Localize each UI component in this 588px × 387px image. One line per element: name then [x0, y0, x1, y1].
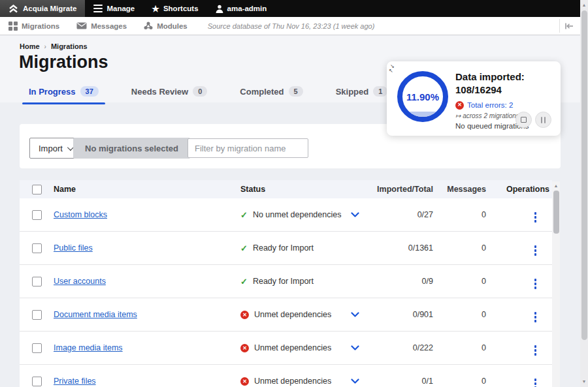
resize-card-icon[interactable]: ↘↖ [390, 64, 395, 73]
row-checkbox[interactable] [32, 377, 42, 386]
modules-label: Modules [157, 22, 188, 30]
toolbar-item-messages[interactable]: Messages [68, 17, 135, 35]
imported-total-value: 0/222 [365, 343, 434, 352]
migrations-table: Name Status Imported/Total Messages Oper… [20, 180, 552, 387]
messages-count: 0 [434, 310, 487, 319]
tab-label: In Progress [29, 87, 76, 97]
acquia-logo-icon [8, 5, 18, 13]
page-scrollbar-thumb[interactable] [581, 10, 587, 340]
expand-chevron-icon[interactable] [351, 312, 359, 317]
row-checkbox[interactable] [32, 310, 42, 320]
manage-menu[interactable]: Manage [85, 0, 143, 17]
table-scroll-up-icon[interactable]: ▲ [552, 183, 560, 189]
shortcuts-menu[interactable]: ★ Shortcuts [143, 0, 206, 17]
progress-ring: 11.90% [397, 71, 448, 122]
total-errors-link[interactable]: ✕ Total errors: 2 [455, 101, 553, 110]
status-text: Unmet dependencies [254, 310, 331, 319]
messages-count: 0 [434, 377, 487, 386]
row-checkbox[interactable] [32, 277, 42, 286]
migration-name-link[interactable]: Private files [54, 377, 96, 386]
tab-count-badge: 37 [80, 86, 99, 97]
page-scroll-up-icon[interactable]: ▲ [580, 1, 588, 9]
table-scrollbar[interactable]: ▲ [552, 181, 560, 387]
status-text: Unmet dependencies [254, 343, 331, 352]
row-checkbox[interactable] [32, 343, 42, 353]
table-scrollbar-thumb[interactable] [553, 191, 559, 234]
imported-total-value: 0/1361 [365, 243, 434, 253]
brand-acquia-migrate[interactable]: Acquia Migrate [0, 0, 85, 17]
imported-total-value: 0/9 [365, 277, 434, 286]
pause-icon [541, 117, 546, 123]
status-icon: ✓ [240, 277, 248, 286]
page-scroll-down-icon[interactable]: ▼ [580, 378, 588, 386]
brand-label: Acquia Migrate [23, 5, 76, 12]
tab-in-progress[interactable]: In Progress 37 [26, 80, 101, 102]
no-migrations-selected-button[interactable]: No migrations selected [73, 138, 190, 159]
imported-total-value: 0/27 [365, 210, 434, 219]
table-body: Custom blocks ✓ No unmet dependencies 0/… [20, 198, 552, 387]
header-status: Status [240, 185, 365, 194]
expand-chevron-icon[interactable] [351, 212, 359, 217]
migration-name-link[interactable]: Image media items [54, 343, 123, 352]
tab-skipped[interactable]: Skipped 1 [333, 80, 391, 102]
collapse-toolbar-icon[interactable] [559, 19, 578, 33]
breadcrumb-current: Migrations [51, 42, 88, 50]
migrations-label: Migrations [22, 22, 59, 30]
row-checkbox[interactable] [32, 210, 42, 220]
operations-menu-icon[interactable] [534, 312, 537, 322]
operations-menu-icon[interactable] [534, 245, 537, 256]
envelope-icon [76, 22, 87, 29]
table-row: Document media items ✕ Unmet dependencie… [20, 298, 552, 332]
row-checkbox[interactable] [32, 243, 42, 253]
migration-filter-input[interactable] [188, 138, 308, 158]
grid-icon [8, 22, 18, 31]
star-icon: ★ [152, 5, 159, 13]
pause-import-button[interactable] [535, 112, 551, 128]
messages-count: 0 [434, 343, 487, 352]
tab-completed[interactable]: Completed 5 [237, 80, 305, 102]
error-badge-icon: ✕ [455, 101, 464, 110]
source-database-note: Source database of Thu Nov 16, 23:23 (1 … [208, 22, 375, 30]
operations-menu-icon[interactable] [534, 345, 537, 356]
header-imported-total: Imported/Total [365, 185, 434, 194]
expand-chevron-icon[interactable] [351, 345, 359, 350]
expand-chevron-icon[interactable] [351, 379, 359, 384]
toolbar-item-modules[interactable]: Modules [135, 17, 196, 35]
user-icon [216, 5, 223, 13]
hamburger-icon [93, 5, 103, 13]
migration-name-link[interactable]: Custom blocks [54, 210, 107, 219]
top-admin-bar: Acquia Migrate Manage ★ Shortcuts ama-ad… [0, 0, 580, 17]
page-scrollbar[interactable]: ▲ ▼ [580, 0, 588, 387]
table-row: Custom blocks ✓ No unmet dependencies 0/… [20, 198, 552, 232]
toolbar-item-migrations[interactable]: Migrations [0, 17, 68, 35]
breadcrumb-home-link[interactable]: Home [20, 42, 40, 50]
table-row: Image media items ✕ Unmet dependencies 0… [20, 332, 552, 365]
stop-import-button[interactable] [515, 112, 532, 128]
progress-percent: 11.90% [402, 76, 443, 117]
header-name: Name [54, 185, 240, 194]
status-text: Unmet dependencies [254, 377, 331, 386]
header-messages: Messages [434, 185, 487, 194]
module-toolbar: Migrations Messages Modules Source datab… [0, 17, 580, 35]
messages-label: Messages [91, 22, 127, 30]
migration-name-link[interactable]: Document media items [54, 310, 137, 319]
user-label: ama-admin [227, 5, 267, 12]
migration-name-link[interactable]: Public files [54, 243, 93, 253]
operations-menu-icon[interactable] [534, 279, 537, 289]
data-imported-title: Data imported: 108/16294 [455, 70, 553, 97]
tab-count-badge: 0 [193, 86, 207, 97]
messages-count: 0 [434, 210, 487, 219]
migration-name-link[interactable]: User accounts [54, 277, 106, 286]
select-all-checkbox[interactable] [32, 185, 42, 194]
tab-count-badge: 5 [289, 86, 303, 97]
table-row: Private files ✕ Unmet dependencies 0/1 0 [20, 365, 552, 387]
operations-menu-icon[interactable] [534, 379, 537, 387]
tab-label: Skipped [336, 87, 369, 97]
user-menu[interactable]: ama-admin [207, 0, 276, 17]
operations-menu-icon[interactable] [534, 212, 537, 223]
status-text: Ready for Import [253, 277, 314, 286]
tab-needs-review[interactable]: Needs Review 0 [129, 80, 210, 102]
tab-count-badge: 1 [373, 86, 387, 97]
status-icon: ✕ [240, 377, 249, 386]
stop-icon [521, 117, 527, 123]
